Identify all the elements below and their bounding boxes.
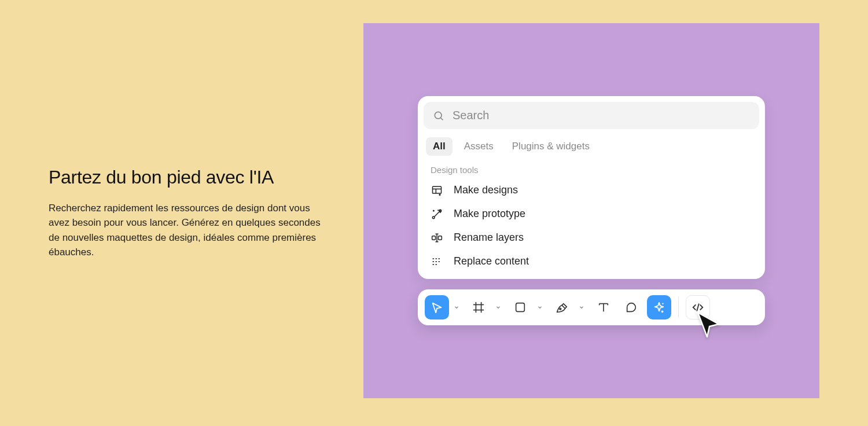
design-tools-list: Make designs Make prototype Rename layer… (418, 178, 765, 273)
svg-rect-11 (432, 236, 436, 240)
prototype-flow-icon (431, 208, 443, 220)
search-icon (433, 110, 444, 122)
bottom-toolbar (418, 289, 765, 325)
text-cursor-icon (431, 232, 443, 244)
layout-add-icon (431, 185, 443, 196)
svg-point-26 (662, 303, 663, 304)
search-placeholder: Search (453, 109, 489, 122)
chevron-down-icon[interactable] (494, 304, 505, 310)
svg-point-0 (435, 112, 442, 119)
pen-tool-button[interactable] (550, 295, 574, 320)
svg-point-21 (560, 308, 561, 310)
toolbar-divider (678, 297, 679, 318)
svg-line-29 (697, 304, 699, 311)
tab-assets[interactable]: Assets (457, 137, 501, 156)
dev-mode-button[interactable] (686, 295, 710, 320)
hero-heading: Partez du bon pied avec l'IA (49, 167, 329, 188)
comment-tool-button[interactable] (619, 295, 643, 320)
tool-make-prototype[interactable]: Make prototype (424, 202, 759, 226)
filter-tabs: All Assets Plugins & widgets (418, 129, 765, 159)
search-input[interactable]: Search (424, 102, 759, 129)
move-tool-button[interactable] (425, 295, 449, 320)
svg-point-7 (432, 216, 435, 219)
content-lines-icon (431, 256, 443, 267)
ai-actions-button[interactable] (647, 295, 671, 320)
text-tool-button[interactable] (591, 295, 616, 320)
section-label-design-tools: Design tools (418, 159, 765, 178)
hero-copy: Partez du bon pied avec l'IA Recherchez … (0, 0, 363, 426)
frame-tool-button[interactable] (466, 295, 491, 320)
svg-line-1 (441, 117, 443, 120)
hero-body: Recherchez rapidement les ressources de … (49, 201, 321, 260)
svg-rect-12 (439, 236, 442, 240)
tool-rename-layers[interactable]: Rename layers (424, 226, 759, 249)
svg-rect-20 (516, 303, 525, 312)
tab-all[interactable]: All (426, 137, 453, 156)
tool-replace-content[interactable]: Replace content (424, 249, 759, 273)
actions-panel: Search All Assets Plugins & widgets Desi… (418, 96, 765, 279)
svg-rect-2 (433, 186, 442, 193)
tool-make-designs[interactable]: Make designs (424, 178, 759, 202)
chevron-down-icon[interactable] (578, 304, 588, 310)
tool-label: Make prototype (454, 208, 525, 220)
chevron-down-icon[interactable] (453, 304, 463, 310)
tool-label: Replace content (454, 255, 529, 267)
chevron-down-icon[interactable] (536, 304, 546, 310)
tab-plugins-widgets[interactable]: Plugins & widgets (505, 137, 597, 156)
app-canvas: Search All Assets Plugins & widgets Desi… (363, 23, 819, 398)
tool-label: Rename layers (454, 232, 524, 244)
shape-tool-button[interactable] (508, 295, 532, 320)
tool-label: Make designs (454, 184, 518, 196)
